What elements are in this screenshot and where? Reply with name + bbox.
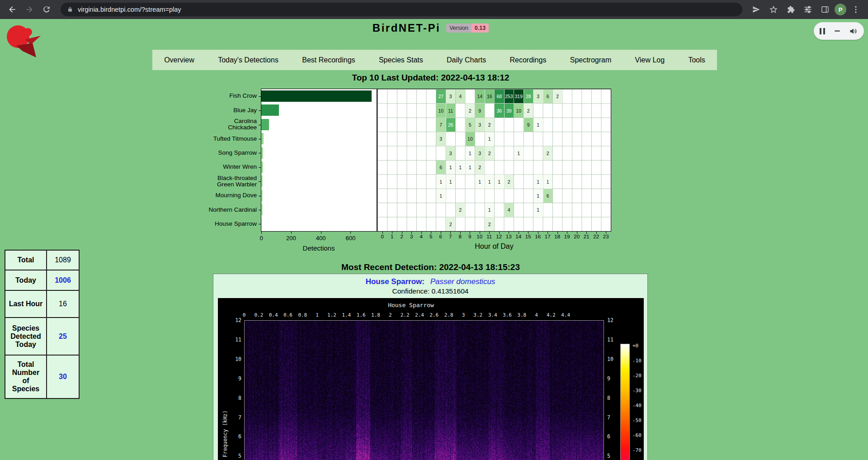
species-label: Black-throated Green Warbler	[208, 174, 257, 188]
spec-freq-tick-right: 8	[607, 395, 610, 401]
speaker-icon[interactable]	[849, 27, 858, 36]
bar-axis-tick: 0	[259, 235, 263, 242]
url-bar[interactable]: virginia.birdnetpi.com/?stream=play	[61, 3, 742, 16]
hour-axis-tick: 19	[564, 234, 570, 239]
spec-freq-tick-right: 10	[607, 356, 613, 362]
nav-item-overview[interactable]: Overview	[160, 56, 198, 64]
heatmap-cell: 1	[466, 161, 475, 174]
nav-item-spectrogram[interactable]: Spectrogram	[566, 56, 615, 64]
detections-bar	[261, 133, 264, 144]
spectrogram-title: House Sparrow	[218, 302, 604, 308]
stat-value[interactable]: 25	[47, 318, 79, 355]
heatmap-cell: 10	[466, 132, 475, 146]
heatmap-cell: 1	[436, 189, 446, 203]
heatmap-cell: 2	[485, 147, 495, 160]
heatmap-cell: 2	[485, 218, 495, 231]
species-label: Fish Crow	[208, 89, 257, 103]
spec-time-tick: 4	[535, 312, 538, 318]
heatmap-cell: 26	[446, 118, 456, 132]
spec-colorbar-tick: -70	[632, 447, 642, 453]
stats-row: Last Hour16	[5, 290, 79, 318]
bar-axis-title: Detections	[303, 244, 335, 252]
detections-bar	[261, 218, 262, 230]
pause-button[interactable]	[820, 28, 825, 34]
nav-menu: OverviewToday's DetectionsBest Recording…	[152, 50, 717, 70]
heatmap-cell: 2	[466, 104, 475, 117]
hour-axis-tick: 12	[496, 234, 502, 239]
spec-colorbar-tick: -20	[632, 373, 642, 379]
spec-time-tick: 3.4	[488, 312, 497, 318]
bar-axis-tick: 600	[346, 235, 356, 242]
spec-time-tick: 3	[462, 312, 465, 318]
version-badge-value: 0.13	[472, 24, 489, 33]
nav-item-species-stats[interactable]: Species Stats	[375, 56, 427, 64]
nav-item-daily-charts[interactable]: Daily Charts	[443, 56, 490, 64]
tick-mark	[321, 232, 321, 234]
spec-time-tick: 2.4	[415, 312, 424, 318]
stat-value[interactable]: 1006	[47, 270, 79, 290]
heatmap-cell: 1	[543, 175, 553, 188]
reload-button[interactable]	[39, 2, 54, 17]
reload-icon	[42, 5, 51, 14]
detection-common-name[interactable]: House Sparrow:	[366, 277, 425, 286]
seek-dash[interactable]	[835, 30, 840, 32]
species-label: Mourning Dove	[208, 189, 257, 203]
species-label: Carolina Chickadee	[208, 118, 257, 132]
species-tick-mark	[259, 210, 261, 210]
profile-avatar[interactable]: P	[835, 4, 846, 15]
species-tick-mark	[259, 167, 261, 168]
recent-detection-card: House Sparrow: Passer domesticus Confide…	[213, 274, 648, 460]
nav-item-tools[interactable]: Tools	[684, 56, 708, 64]
heatmap-cell: 14	[475, 90, 485, 103]
bar-axis-tick: 400	[316, 235, 326, 242]
spec-freq-tick-left: 7	[227, 414, 241, 421]
detections-bar	[261, 175, 263, 187]
bookmark-button[interactable]	[766, 2, 781, 17]
browser-toolbar: virginia.birdnetpi.com/?stream=play P	[0, 0, 868, 19]
top10-chart: Fish CrowBlue JayCarolina ChickadeeTufte…	[208, 89, 642, 256]
extensions-button[interactable]	[783, 2, 798, 17]
tick-mark	[499, 232, 500, 234]
heatmap-cell: 1	[485, 175, 495, 188]
species-label: House Sparrow	[208, 217, 257, 231]
most-recent-heading: Most Recent Detection: 2022-04-13 18:15:…	[0, 262, 861, 272]
nav-item-view-log[interactable]: View Log	[632, 56, 669, 64]
spec-colorbar-tick: +0	[632, 343, 638, 349]
hour-axis-tick: 18	[554, 234, 560, 239]
detections-bar	[261, 190, 263, 201]
forward-button[interactable]	[22, 2, 37, 17]
tick-mark	[421, 232, 422, 234]
heatmap-cell: 2	[475, 161, 485, 174]
stat-value[interactable]: 30	[47, 355, 79, 398]
heatmap-cell: 2	[505, 175, 514, 188]
tick-mark	[538, 232, 538, 234]
spec-freq-tick-right: 5	[607, 453, 610, 459]
spec-freq-tick-right: 11	[607, 337, 613, 343]
side-panel-button[interactable]	[817, 2, 833, 17]
share-button[interactable]	[749, 2, 764, 17]
nav-item-today-s-detections[interactable]: Today's Detections	[214, 56, 282, 64]
spec-time-tick: 1.4	[342, 312, 351, 318]
spec-time-tick: 0.8	[298, 312, 307, 318]
heatmap-cell: 10	[514, 104, 524, 117]
species-tick-mark	[259, 110, 261, 111]
spec-time-tick: 2.8	[444, 312, 453, 318]
detections-bar	[261, 161, 263, 173]
hour-axis-tick: 16	[535, 234, 541, 239]
heatmap-cell: 1	[466, 147, 475, 160]
heatmap-cell: 3	[446, 147, 456, 160]
spec-colorbar-tick: -10	[632, 358, 642, 364]
sliders-icon	[803, 5, 812, 14]
nav-item-recordings[interactable]: Recordings	[506, 56, 550, 64]
spec-time-tick: 0.4	[269, 312, 278, 318]
chart-species-axis: Fish CrowBlue JayCarolina ChickadeeTufte…	[208, 89, 259, 232]
species-tick-mark	[259, 153, 261, 153]
hour-axis-tick: 2	[401, 234, 403, 239]
back-button[interactable]	[5, 2, 20, 17]
spec-freq-tick-right: 12	[607, 317, 613, 323]
browser-menu-button[interactable]	[848, 2, 863, 17]
nav-item-best-recordings[interactable]: Best Recordings	[298, 56, 359, 64]
lock-icon	[67, 6, 73, 13]
tick-mark	[261, 232, 262, 234]
tune-button[interactable]	[800, 2, 816, 17]
